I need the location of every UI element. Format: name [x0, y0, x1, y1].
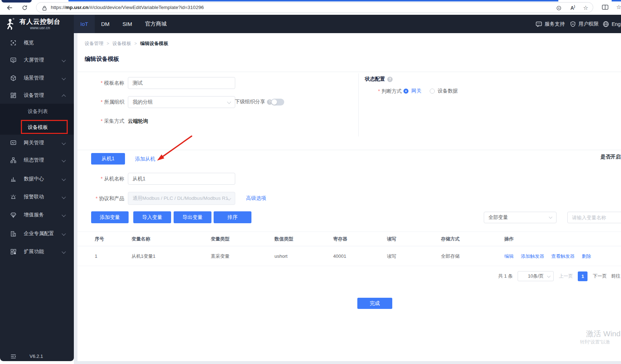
- col-var-type: 变量类型: [211, 236, 274, 242]
- url-domain: mp.usr.cn: [66, 5, 89, 10]
- cell-value-type: ushort: [274, 253, 333, 259]
- usr-logo-figure: [5, 18, 16, 30]
- extension-icon: [10, 248, 17, 255]
- col-name: 变量名称: [131, 236, 211, 242]
- slave-tab-1[interactable]: 从机1: [91, 153, 125, 165]
- header-permission[interactable]: 用户权限: [570, 15, 599, 33]
- next-page-button[interactable]: 下一页: [593, 273, 607, 279]
- browser-tab-remnant: [1, 0, 32, 3]
- cell-var-type: 直采变量: [211, 253, 274, 260]
- required-mark: *: [101, 99, 103, 105]
- share-toggle[interactable]: [271, 99, 284, 105]
- url-text[interactable]: https://mp.usr.cn/#/cloud/device/ViewEdi…: [51, 5, 204, 10]
- col-register: 寄存器: [333, 236, 387, 242]
- header-support-label: 服务支持: [545, 21, 565, 27]
- browser-tab-strip-right: [612, 0, 621, 1]
- import-variable-button[interactable]: 导入变量: [133, 211, 171, 223]
- location-icon[interactable]: [554, 4, 563, 12]
- col-actions: 操作: [504, 236, 621, 242]
- export-variable-button[interactable]: 导出变量: [174, 211, 211, 223]
- nav-tab-sim[interactable]: SIM: [116, 15, 139, 33]
- org-select[interactable]: 我的分组: [128, 96, 235, 108]
- protocol-select-disabled: 通用Modbus / PLC / DL/Modbus/Modbus R1: [128, 192, 235, 205]
- header-support[interactable]: 服务支持: [536, 15, 565, 33]
- prev-page-button[interactable]: 上一页: [559, 273, 573, 279]
- sidebar-item-value-added[interactable]: 增值服务: [0, 207, 74, 223]
- add-variable-button[interactable]: 添加变量: [91, 211, 129, 223]
- breadcrumb-device-mgmt[interactable]: 设备管理: [85, 40, 103, 47]
- title-divider: [77, 72, 621, 72]
- split-screen-icon[interactable]: [601, 3, 609, 12]
- sidebar-item-alarm[interactable]: 报警联动: [0, 189, 74, 205]
- browser-tab-strip: [68, 0, 558, 1]
- slave-name-label: *从机名称: [77, 176, 124, 182]
- address-bar[interactable]: https://mp.usr.cn/#/cloud/device/ViewEdi…: [36, 2, 593, 13]
- sidebar-item-data-center[interactable]: 数据中心: [0, 171, 74, 187]
- breadcrumb-device-template[interactable]: 设备模板: [112, 40, 131, 47]
- sidebar-item-enterprise[interactable]: 企业专属配置: [0, 225, 74, 242]
- sidebar-item-configuration[interactable]: 组态管理: [0, 152, 74, 168]
- nav-tab-dm[interactable]: DM: [95, 15, 116, 33]
- content-card: 设备管理 > 设备模板 > 编辑设备模板 编辑设备模板 *模板名称 测试 *所属…: [77, 33, 621, 361]
- goto-page-label: 前往: [611, 273, 620, 279]
- col-rw: 读写: [387, 236, 441, 242]
- radio-device-data-label: 设备数据: [438, 88, 458, 94]
- done-button[interactable]: 完成: [357, 298, 392, 309]
- sidebar-item-device-list[interactable]: 设备列表: [0, 104, 74, 119]
- cell-rw: 读写: [387, 253, 441, 260]
- sidebar-item-device[interactable]: 设备管理: [0, 87, 74, 104]
- sidebar-item-gateway[interactable]: 网关管理: [0, 135, 74, 151]
- nav-tab-mall[interactable]: 官方商城: [139, 15, 173, 33]
- edit-link[interactable]: 编辑: [504, 253, 514, 259]
- help-icon[interactable]: ?: [387, 77, 393, 82]
- sidebar-label-overview: 概览: [24, 40, 34, 46]
- status-config-title: 状态配置 ?: [365, 76, 393, 82]
- sidebar-item-overview[interactable]: 概览: [0, 35, 74, 51]
- shield-icon: [570, 21, 576, 27]
- page-size-select[interactable]: 10条/页: [518, 271, 554, 281]
- table-header-row: 序号 变量名称 变量类型 数值类型 寄存器 读写 存储方式 操作: [77, 232, 621, 246]
- usr-logo[interactable]: 有人云控制台 www.usr.cn: [0, 15, 74, 33]
- radio-unselected-icon: [430, 89, 435, 94]
- form-vertical-divider: [358, 73, 359, 136]
- browser-refresh-button[interactable]: [20, 3, 29, 12]
- collapse-sidebar-icon[interactable]: [10, 353, 17, 360]
- header-permission-label: 用户权限: [578, 21, 599, 27]
- template-name-input[interactable]: 测试: [128, 77, 235, 89]
- add-trigger-link[interactable]: 添加触发器: [521, 253, 544, 259]
- sidebar-label-alarm: 报警联动: [24, 194, 44, 200]
- current-page-button[interactable]: 1: [578, 271, 588, 281]
- nav-tab-iot[interactable]: IoT: [74, 15, 95, 33]
- radio-gateway[interactable]: 网关: [403, 88, 421, 94]
- read-aloud-icon[interactable]: A): [568, 4, 577, 12]
- sidebar-footer: V6.2.1: [0, 351, 74, 362]
- chat-icon: [536, 21, 542, 27]
- delete-link[interactable]: 删除: [582, 253, 591, 259]
- sidebar-item-screen[interactable]: 大屏管理: [0, 52, 74, 68]
- favorite-star-icon[interactable]: ☆: [581, 4, 590, 12]
- configuration-icon: [10, 157, 17, 163]
- browser-back-button[interactable]: [5, 3, 14, 12]
- variable-filter-select[interactable]: 全部变量: [484, 212, 557, 223]
- required-mark: *: [378, 88, 380, 94]
- data-center-icon: [10, 176, 17, 182]
- version-label: V6.2.1: [30, 354, 43, 359]
- scene-icon: [10, 75, 17, 81]
- sidebar-label-scene: 场景管理: [24, 75, 44, 81]
- judge-label: *判断方式: [355, 88, 402, 95]
- logo-subtitle: www.usr.cn: [30, 26, 50, 30]
- view-trigger-link[interactable]: 查看触发器: [551, 253, 575, 259]
- sidebar-label-enterprise: 企业专属配置: [24, 230, 54, 237]
- advanced-options-link[interactable]: 高级选项: [246, 195, 266, 202]
- header-language[interactable]: English: [603, 15, 621, 33]
- slave-name-input[interactable]: 从机1: [128, 173, 235, 185]
- sidebar-item-scene[interactable]: 场景管理: [0, 70, 74, 86]
- variable-search-input[interactable]: [567, 212, 621, 223]
- sort-button[interactable]: 排序: [214, 211, 251, 223]
- required-mark: *: [101, 176, 103, 181]
- collections-star-icon[interactable]: ☆: [615, 3, 621, 12]
- sidebar-item-extension[interactable]: 扩展功能: [0, 243, 74, 260]
- pagination: 共 1 条 10条/页 上一页 1 下一页 前往: [498, 271, 620, 282]
- main-background: 设备管理 > 设备模板 > 编辑设备模板 编辑设备模板 *模板名称 测试 *所属…: [74, 33, 621, 364]
- radio-device-data[interactable]: 设备数据: [430, 88, 458, 94]
